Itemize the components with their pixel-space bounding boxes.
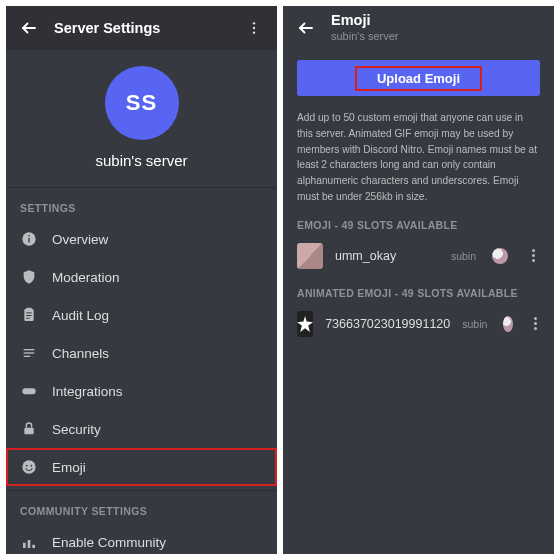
uploader-avatar bbox=[503, 316, 513, 332]
menu-audit-log[interactable]: Audit Log bbox=[6, 296, 277, 334]
svg-point-2 bbox=[253, 27, 255, 29]
svg-point-1 bbox=[253, 22, 255, 24]
left-title: Server Settings bbox=[54, 20, 160, 36]
animated-emoji-header: ANIMATED EMOJI - 49 SLOTS AVAILABLE bbox=[297, 287, 540, 299]
menu-integrations[interactable]: Integrations bbox=[6, 372, 277, 410]
emoji-name-label: 736637023019991120 bbox=[325, 317, 450, 331]
emoji-screen: Emoji subin's server Upload Emoji Add up… bbox=[283, 6, 554, 554]
svg-rect-5 bbox=[28, 238, 29, 243]
emoji-row-animated[interactable]: 736637023019991120 subin bbox=[297, 307, 540, 341]
svg-rect-15 bbox=[22, 388, 35, 394]
right-topbar: Emoji subin's server bbox=[283, 6, 554, 50]
right-title: Emoji bbox=[331, 13, 399, 29]
server-avatar[interactable]: SS bbox=[105, 66, 179, 140]
menu-channels[interactable]: Channels bbox=[6, 334, 277, 372]
menu-label: Security bbox=[52, 422, 101, 437]
community-section-header: COMMUNITY SETTINGS bbox=[6, 495, 277, 523]
emoji-name-label: umm_okay bbox=[335, 249, 439, 263]
right-subtitle: subin's server bbox=[331, 30, 399, 42]
menu-label: Audit Log bbox=[52, 308, 109, 323]
menu-label: Moderation bbox=[52, 270, 120, 285]
emoji-thumbnail bbox=[297, 243, 323, 269]
server-name-label: subin's server bbox=[95, 152, 187, 169]
svg-point-17 bbox=[22, 460, 35, 473]
menu-label: Integrations bbox=[52, 384, 123, 399]
emoji-more-icon[interactable] bbox=[531, 315, 540, 333]
menu-enable-community[interactable]: Enable Community bbox=[6, 523, 277, 554]
menu-label: Emoji bbox=[52, 460, 86, 475]
emoji-description: Add up to 50 custom emoji that anyone ca… bbox=[297, 110, 540, 205]
svg-point-19 bbox=[30, 465, 32, 467]
lock-icon bbox=[20, 420, 38, 438]
back-arrow-icon[interactable] bbox=[18, 17, 40, 39]
back-arrow-icon[interactable] bbox=[295, 17, 317, 39]
settings-section-header: SETTINGS bbox=[6, 192, 277, 220]
upload-emoji-label: Upload Emoji bbox=[357, 68, 480, 89]
emoji-thumbnail bbox=[297, 311, 313, 337]
menu-label: Enable Community bbox=[52, 535, 166, 550]
emoji-row-static[interactable]: umm_okay subin bbox=[297, 239, 540, 273]
community-icon bbox=[20, 533, 38, 551]
svg-rect-6 bbox=[28, 235, 29, 236]
gamepad-icon bbox=[20, 382, 38, 400]
svg-point-3 bbox=[253, 31, 255, 33]
svg-rect-16 bbox=[24, 428, 33, 435]
server-hero: SS subin's server bbox=[6, 50, 277, 183]
more-vert-icon[interactable] bbox=[243, 17, 265, 39]
menu-emoji[interactable]: Emoji bbox=[6, 448, 277, 486]
menu-moderation[interactable]: Moderation bbox=[6, 258, 277, 296]
channels-icon bbox=[20, 344, 38, 362]
emoji-icon bbox=[20, 458, 38, 476]
emoji-uploader-label: subin bbox=[451, 250, 476, 262]
svg-point-18 bbox=[26, 465, 28, 467]
shield-icon bbox=[20, 268, 38, 286]
emoji-uploader-label: subin bbox=[462, 318, 487, 330]
svg-rect-11 bbox=[26, 318, 29, 319]
menu-overview[interactable]: Overview bbox=[6, 220, 277, 258]
svg-rect-9 bbox=[26, 312, 31, 313]
uploader-avatar bbox=[492, 248, 508, 264]
emoji-more-icon[interactable] bbox=[526, 247, 540, 265]
menu-security[interactable]: Security bbox=[6, 410, 277, 448]
left-topbar: Server Settings bbox=[6, 6, 277, 50]
menu-label: Overview bbox=[52, 232, 108, 247]
svg-rect-10 bbox=[26, 315, 31, 316]
upload-emoji-button[interactable]: Upload Emoji bbox=[297, 60, 540, 96]
info-icon bbox=[20, 230, 38, 248]
static-emoji-header: EMOJI - 49 SLOTS AVAILABLE bbox=[297, 219, 540, 231]
clipboard-icon bbox=[20, 306, 38, 324]
menu-label: Channels bbox=[52, 346, 109, 361]
svg-rect-8 bbox=[26, 308, 31, 311]
server-settings-screen: Server Settings SS subin's server SETTIN… bbox=[6, 6, 277, 554]
